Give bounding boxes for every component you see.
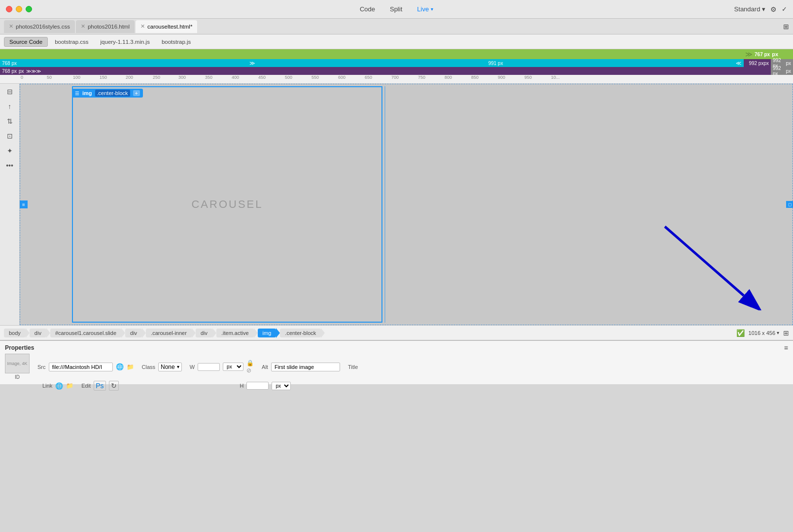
edit-action-icon[interactable]: ↻	[109, 381, 119, 391]
link-globe-icon[interactable]: 🌐	[55, 382, 63, 390]
pages-icon[interactable]: ⊟	[7, 88, 13, 96]
alt-group: Alt	[262, 363, 340, 371]
green-px-unit: px	[772, 51, 778, 57]
photoshop-icon[interactable]: Ps	[94, 381, 105, 391]
ruler-row: 0 50 100 150 200 250 300 350 400 450 500…	[0, 75, 793, 84]
breadcrumb-div-1[interactable]: div	[30, 329, 46, 337]
h-input[interactable]	[246, 382, 269, 390]
standard-button[interactable]: Standard ▾	[734, 5, 765, 13]
link-label: Link	[42, 383, 52, 389]
breadcrumb-body[interactable]: body	[4, 329, 26, 337]
edit-label: Edit	[81, 383, 91, 389]
filter-icon[interactable]: ⊞	[783, 23, 789, 31]
w-group: W px % em 🔒 ⊘	[190, 360, 254, 374]
traffic-lights	[6, 6, 32, 12]
breadcrumb-div-3[interactable]: div	[196, 329, 212, 337]
tab-carouseltest[interactable]: ✕ carouseltest.html*	[136, 20, 197, 33]
h-unit-select[interactable]: px %	[272, 382, 291, 390]
vertical-guide	[384, 86, 385, 323]
src-input[interactable]	[49, 363, 113, 371]
image-thumbnail: Image, 4K	[5, 354, 30, 373]
w-label: W	[190, 364, 195, 370]
properties-row-2: Link 🌐 📁 Edit Ps ↻ H px %	[5, 381, 788, 391]
element-tag: img	[82, 90, 92, 96]
title-label: Title	[348, 364, 358, 370]
alt-label: Alt	[262, 364, 268, 370]
w-unit-select[interactable]: px % em	[223, 363, 243, 371]
canvas-area[interactable]: ≡ ◻ ☰ img .center-block + CAROUSEL	[20, 84, 793, 325]
lock-icon[interactable]: 🔒	[246, 360, 254, 366]
breadcrumb-item-active[interactable]: .item.active	[216, 329, 254, 337]
left-handle[interactable]: ≡	[20, 200, 28, 208]
blue-arrow-annotation	[655, 212, 763, 310]
class-select-wrapper[interactable]: None ▾	[158, 363, 182, 371]
elements-icon[interactable]: ⊡	[7, 132, 13, 140]
carousel-box[interactable]: CAROUSEL	[72, 86, 382, 323]
live-button[interactable]: Live ▾	[417, 5, 433, 13]
breadcrumb-carousel-inner[interactable]: .carousel-inner	[146, 329, 192, 337]
breadcrumb-right: ✅ 1016 x 456 ▾ ⊞	[736, 329, 789, 337]
breadcrumb-center-block[interactable]: .center-block	[280, 329, 321, 337]
tab-close-icon[interactable]: ✕	[9, 23, 13, 30]
w-input[interactable]	[198, 363, 220, 371]
properties-panel: Properties ≡ Image, 4K ID Src 🌐 📁 Class …	[0, 340, 793, 384]
alt-input[interactable]	[271, 363, 340, 371]
hamburger-icon[interactable]: ☰	[75, 91, 79, 96]
subtab-bootstrap-css[interactable]: bootstrap.css	[50, 37, 93, 46]
properties-menu-icon[interactable]: ≡	[784, 344, 788, 352]
tab-photos2016html[interactable]: ✕ photos2016.html	[76, 20, 135, 33]
tab-close-icon[interactable]: ✕	[81, 23, 85, 30]
standard-dropdown-icon: ▾	[762, 5, 765, 13]
src-label: Src	[37, 364, 46, 370]
checkmark-icon: ✓	[782, 5, 787, 13]
breadcrumb-img[interactable]: img	[258, 329, 276, 337]
cursor-icon[interactable]: ✦	[7, 147, 13, 155]
more-icon[interactable]: •••	[6, 162, 13, 169]
size-dropdown-icon: ▾	[777, 330, 779, 335]
code-button[interactable]: Code	[360, 5, 375, 13]
titlebar-center-controls: Code Split Live ▾	[360, 5, 433, 13]
tab-photos2016styles[interactable]: ✕ photos2016styles.css	[4, 20, 75, 33]
edit-group: Edit Ps ↻	[81, 381, 118, 391]
size-display[interactable]: 1016 x 456 ▾	[749, 330, 779, 336]
subtab-source-code[interactable]: Source Code	[4, 37, 48, 47]
minimize-button[interactable]	[16, 6, 22, 12]
close-button[interactable]	[6, 6, 12, 12]
image-thumbnail-area: Image, 4K ID	[5, 354, 30, 380]
maximize-button[interactable]	[26, 6, 32, 12]
tab-close-icon[interactable]: ✕	[140, 23, 145, 30]
link-folder-icon[interactable]: 📁	[66, 382, 73, 389]
titlebar-right: Standard ▾ ⚙ ✓	[734, 5, 787, 13]
title-group: Title	[348, 364, 358, 370]
no-icon[interactable]: ⊘	[246, 367, 254, 374]
resize-icon[interactable]: ⊞	[783, 329, 789, 337]
split-button[interactable]: Split	[390, 5, 402, 13]
bp-purple-bar: 992 px px	[744, 59, 771, 67]
element-add-button[interactable]: +	[133, 90, 140, 96]
settings-icon[interactable]: ⚙	[770, 5, 777, 13]
sync-icon[interactable]: ⇅	[7, 117, 13, 125]
main-layout: ⊟ ↑ ⇅ ⊡ ✦ ••• ≡ ◻ ☰ img .center-block + …	[0, 84, 793, 325]
properties-header: Properties ≡	[5, 344, 788, 352]
h-group: H px %	[240, 382, 291, 390]
breadcrumb-carousel1[interactable]: #carousel1.carousel.slide	[50, 329, 121, 337]
breadcrumb-div-2[interactable]: div	[125, 329, 142, 337]
right-handle[interactable]: ◻	[786, 201, 793, 208]
properties-row-1: Image, 4K ID Src 🌐 📁 Class None ▾ W px %	[5, 354, 788, 380]
titlebar: Code Split Live ▾ Standard ▾ ⚙ ✓	[0, 0, 793, 19]
element-tooltip: ☰ img .center-block +	[72, 89, 143, 98]
breakpoint-row: 768 px ≫ 991 px ≪ 992 px px 992 px px	[0, 59, 793, 67]
src-folder-icon[interactable]: 📁	[127, 364, 134, 370]
live-dropdown-icon: ▾	[431, 6, 433, 12]
insert-icon[interactable]: ↑	[8, 102, 11, 110]
subtab-jquery[interactable]: jquery-1.11.3.min.js	[96, 37, 155, 46]
src-globe-icon[interactable]: 🌐	[116, 363, 124, 370]
green-px-label: 767 px	[755, 52, 770, 57]
bp-purple-wide: 768 px px ≫≫≫	[0, 67, 771, 75]
svg-line-1	[665, 227, 744, 296]
id-label: ID	[15, 374, 20, 380]
element-class[interactable]: .center-block	[95, 90, 130, 97]
zigzag-icon: ≫	[745, 50, 753, 58]
subtab-bootstrap-js[interactable]: bootstrap.js	[157, 37, 196, 46]
lock-icons: 🔒 ⊘	[246, 360, 254, 374]
